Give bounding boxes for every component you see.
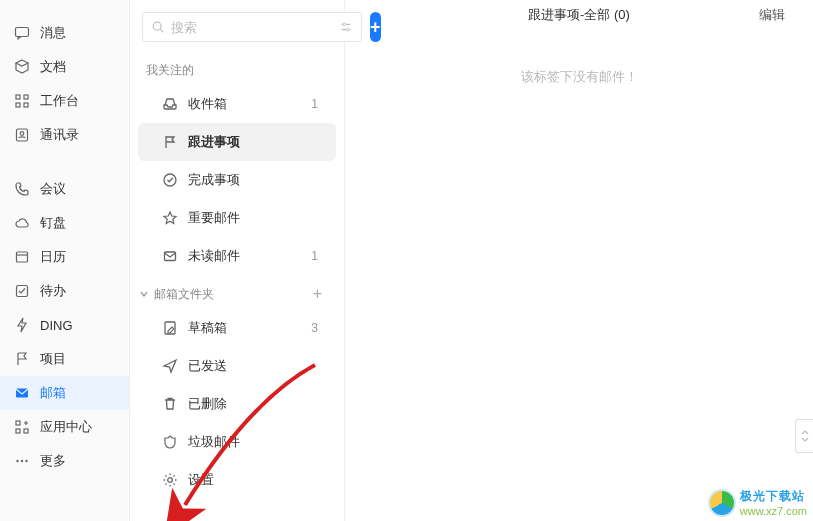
watermark-title: 极光下载站 bbox=[740, 488, 807, 505]
content-title: 跟进事项-全部 (0) bbox=[528, 6, 630, 24]
nav-appcenter[interactable]: 应用中心 bbox=[0, 410, 129, 444]
nav-label: 钉盘 bbox=[40, 214, 119, 232]
svg-point-26 bbox=[168, 478, 173, 483]
star-icon bbox=[162, 210, 178, 226]
mail-content-panel: 跟进事项-全部 (0) 编辑 该标签下没有邮件！ bbox=[345, 0, 813, 521]
check-icon bbox=[14, 283, 30, 299]
nav-group-2: 会议 钉盘 日历 待办 DING 项目 bbox=[0, 172, 129, 478]
folder-count: 3 bbox=[311, 321, 318, 335]
nav-label: 项目 bbox=[40, 350, 119, 368]
grid-icon bbox=[14, 93, 30, 109]
svg-rect-4 bbox=[24, 103, 28, 107]
flag-icon bbox=[14, 351, 30, 367]
folder-count: 1 bbox=[311, 97, 318, 111]
svg-point-6 bbox=[20, 132, 24, 136]
svg-point-15 bbox=[21, 460, 23, 462]
nav-label: 更多 bbox=[40, 452, 119, 470]
folder-sent[interactable]: 已发送 bbox=[138, 347, 336, 385]
draft-icon bbox=[162, 320, 178, 336]
svg-rect-13 bbox=[16, 429, 20, 433]
nav-messages[interactable]: 消息 bbox=[0, 16, 129, 50]
folder-label: 跟进事项 bbox=[188, 133, 318, 151]
folder-label: 收件箱 bbox=[188, 95, 311, 113]
empty-state-text: 该标签下没有邮件！ bbox=[345, 68, 813, 86]
cloud-icon bbox=[14, 215, 30, 231]
folder-important[interactable]: 重要邮件 bbox=[138, 199, 336, 237]
folder-settings[interactable]: 设置 bbox=[138, 461, 336, 499]
chat-icon bbox=[14, 25, 30, 41]
mail-icon bbox=[14, 385, 30, 401]
inbox-icon bbox=[162, 96, 178, 112]
svg-rect-2 bbox=[24, 95, 28, 99]
section-followed-label: 我关注的 bbox=[146, 62, 194, 79]
folder-label: 草稿箱 bbox=[188, 319, 311, 337]
search-input[interactable] bbox=[171, 20, 339, 35]
mail-folder-panel: + 我关注的 收件箱 1 跟进事项 完成事项 重要邮件 未读邮件 1 bbox=[130, 0, 345, 521]
left-sidebar: 消息 文档 工作台 通讯录 会议 钉盘 bbox=[0, 0, 130, 521]
nav-more[interactable]: 更多 bbox=[0, 444, 129, 478]
folder-unread[interactable]: 未读邮件 1 bbox=[138, 237, 336, 275]
flag-icon bbox=[162, 134, 178, 150]
folder-trash[interactable]: 已删除 bbox=[138, 385, 336, 423]
contacts-icon bbox=[14, 127, 30, 143]
folder-inbox[interactable]: 收件箱 1 bbox=[138, 85, 336, 123]
gear-icon bbox=[162, 472, 178, 488]
trash-icon bbox=[162, 396, 178, 412]
folder-followup[interactable]: 跟进事项 bbox=[138, 123, 336, 161]
svg-rect-1 bbox=[16, 95, 20, 99]
send-icon bbox=[162, 358, 178, 374]
folder-label: 已发送 bbox=[188, 357, 318, 375]
svg-rect-7 bbox=[17, 252, 28, 262]
svg-point-14 bbox=[16, 460, 18, 462]
nav-group-1: 消息 文档 工作台 通讯录 bbox=[0, 16, 129, 152]
done-icon bbox=[162, 172, 178, 188]
nav-mail[interactable]: 邮箱 bbox=[0, 376, 129, 410]
section-followed: 我关注的 bbox=[130, 52, 344, 85]
folder-label: 未读邮件 bbox=[188, 247, 311, 265]
edit-button[interactable]: 编辑 bbox=[759, 6, 785, 24]
nav-label: 通讯录 bbox=[40, 126, 119, 144]
nav-contacts[interactable]: 通讯录 bbox=[0, 118, 129, 152]
folder-drafts[interactable]: 草稿箱 3 bbox=[138, 309, 336, 347]
section-folders[interactable]: 邮箱文件夹 + bbox=[130, 275, 344, 309]
nav-label: 待办 bbox=[40, 282, 119, 300]
nav-calendar[interactable]: 日历 bbox=[0, 240, 129, 274]
nav-label: 消息 bbox=[40, 24, 119, 42]
nav-project[interactable]: 项目 bbox=[0, 342, 129, 376]
watermark-url: www.xz7.com bbox=[740, 505, 807, 517]
nav-label: 应用中心 bbox=[40, 418, 119, 436]
apps-icon bbox=[14, 419, 30, 435]
folder-label: 已删除 bbox=[188, 395, 318, 413]
svg-line-18 bbox=[160, 29, 163, 32]
watermark-logo-icon bbox=[708, 489, 736, 517]
scroll-handle[interactable] bbox=[795, 419, 813, 453]
nav-label: 文档 bbox=[40, 58, 119, 76]
folder-label: 设置 bbox=[188, 471, 318, 489]
content-header: 跟进事项-全部 (0) 编辑 bbox=[345, 0, 813, 36]
nav-workbench[interactable]: 工作台 bbox=[0, 84, 129, 118]
search-box[interactable] bbox=[142, 12, 362, 42]
svg-point-16 bbox=[25, 460, 27, 462]
folder-label: 垃圾邮件 bbox=[188, 433, 318, 451]
nav-ding[interactable]: DING bbox=[0, 308, 129, 342]
svg-rect-3 bbox=[16, 103, 20, 107]
svg-rect-12 bbox=[24, 429, 28, 433]
phone-icon bbox=[14, 181, 30, 197]
nav-label: 工作台 bbox=[40, 92, 119, 110]
search-icon bbox=[151, 20, 165, 34]
svg-rect-11 bbox=[16, 421, 20, 425]
add-folder-button[interactable]: + bbox=[313, 285, 328, 303]
nav-dingpan[interactable]: 钉盘 bbox=[0, 206, 129, 240]
mailopen-icon bbox=[162, 248, 178, 264]
folder-count: 1 bbox=[311, 249, 318, 263]
spam-icon bbox=[162, 434, 178, 450]
nav-docs[interactable]: 文档 bbox=[0, 50, 129, 84]
folder-done[interactable]: 完成事项 bbox=[138, 161, 336, 199]
more-icon bbox=[14, 453, 30, 469]
nav-meeting[interactable]: 会议 bbox=[0, 172, 129, 206]
folder-spam[interactable]: 垃圾邮件 bbox=[138, 423, 336, 461]
bolt-icon bbox=[14, 317, 30, 333]
nav-todo[interactable]: 待办 bbox=[0, 274, 129, 308]
svg-rect-0 bbox=[16, 28, 29, 37]
caret-down-icon bbox=[140, 290, 148, 298]
